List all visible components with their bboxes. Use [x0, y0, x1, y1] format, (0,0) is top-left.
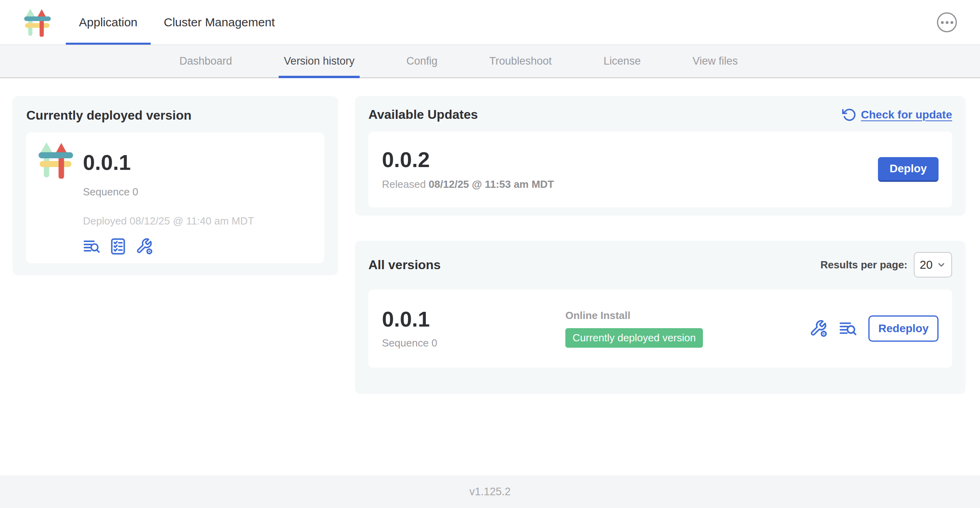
app-subnav: Dashboard Version history Config Trouble… — [0, 45, 980, 78]
subnav-tab-config[interactable]: Config — [380, 45, 463, 77]
config-wrench-icon[interactable] — [809, 319, 828, 338]
all-versions-card: All versions Results per page: 20 0.0.1 … — [355, 241, 966, 394]
chevron-down-icon — [937, 260, 946, 270]
subnav-tab-view-files[interactable]: View files — [667, 45, 764, 77]
config-wrench-icon[interactable] — [136, 238, 153, 255]
row-sequence: Sequence 0 — [382, 337, 565, 349]
tab-application-label: Application — [79, 16, 138, 29]
currently-deployed-badge: Currently deployed version — [565, 328, 703, 348]
console-version: v1.125.2 — [469, 486, 511, 498]
release-diff-icon[interactable] — [83, 238, 100, 255]
subnav-tab-troubleshoot[interactable]: Troubleshoot — [463, 45, 578, 77]
deployed-version-number: 0.0.1 — [83, 152, 254, 173]
app-logo-icon — [24, 8, 51, 37]
top-header: Application Cluster Management — [0, 0, 980, 45]
subnav-tab-license[interactable]: License — [578, 45, 667, 77]
tab-application[interactable]: Application — [66, 0, 151, 45]
deployed-card-title: Currently deployed version — [26, 108, 324, 123]
results-per-page-select[interactable]: 20 — [914, 252, 952, 278]
all-versions-title: All versions — [368, 258, 441, 272]
currently-deployed-card: Currently deployed version 0.0.1 Sequenc… — [12, 96, 338, 275]
app-logo-icon — [38, 141, 73, 179]
tab-cluster-management[interactable]: Cluster Management — [151, 0, 288, 45]
preflight-checks-icon[interactable] — [109, 238, 127, 255]
check-for-update-link[interactable]: Check for update — [842, 108, 952, 122]
console-footer: v1.125.2 — [0, 475, 980, 508]
available-updates-title: Available Updates — [368, 107, 478, 122]
deploy-button[interactable]: Deploy — [878, 157, 939, 182]
refresh-ccw-icon — [842, 108, 856, 122]
deployed-timestamp: Deployed 08/12/25 @ 11:40 am MDT — [83, 215, 254, 227]
app-logo — [24, 0, 51, 45]
update-released-timestamp: Released 08/12/25 @ 11:53 am MDT — [382, 178, 554, 191]
ellipsis-menu-icon[interactable] — [937, 12, 957, 32]
install-type-label: Online Install — [565, 309, 703, 322]
tab-cluster-management-label: Cluster Management — [164, 16, 275, 29]
results-per-page-label: Results per page: — [821, 259, 907, 271]
redeploy-button[interactable]: Redeploy — [868, 315, 939, 342]
admin-console-page: Application Cluster Management Dashboard… — [0, 0, 980, 508]
subnav-tab-dashboard[interactable]: Dashboard — [153, 45, 258, 77]
header-tabs: Application Cluster Management — [66, 0, 288, 45]
update-version-number: 0.0.2 — [382, 149, 554, 170]
row-version-number: 0.0.1 — [382, 308, 565, 330]
update-row: 0.0.2 Released 08/12/25 @ 11:53 am MDT D… — [368, 132, 952, 207]
subnav-tab-version-history[interactable]: Version history — [258, 45, 380, 77]
deployed-sequence: Sequence 0 — [83, 186, 254, 198]
available-updates-card: Available Updates Check for update 0.0.2… — [355, 96, 966, 216]
version-row: 0.0.1 Sequence 0 Online Install Currentl… — [368, 289, 952, 368]
release-diff-icon[interactable] — [839, 319, 857, 338]
deployed-version-panel: 0.0.1 Sequence 0 Deployed 08/12/25 @ 11:… — [26, 132, 324, 263]
